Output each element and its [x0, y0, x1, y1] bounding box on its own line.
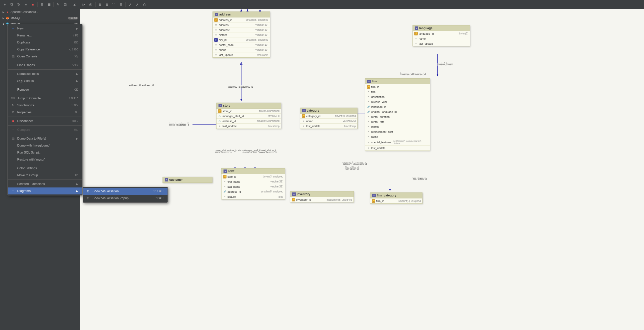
menu-item-new[interactable]: + New ▶	[8, 25, 82, 32]
nav-button[interactable]: ⊳	[80, 1, 87, 8]
field-icon: ≡	[367, 100, 370, 104]
field-icon: ≡	[223, 185, 226, 188]
connection-label-store3: store_id:store_id	[260, 149, 278, 152]
field-original_language_id: 🔗 original_language_id	[365, 109, 430, 114]
menu-item-dump-mysqldump[interactable]: Dump with 'mysqldump'	[8, 142, 82, 149]
menu-item-properties[interactable]: ⚙ Properties ⌘;	[8, 109, 82, 116]
expand-mssql-icon: ▶	[2, 16, 5, 19]
layout-button[interactable]: ⊟	[118, 1, 124, 8]
table-icon: ≡	[165, 178, 168, 181]
sidebar-item-cassandra[interactable]: ▶ ● Apache Cassandra ...	[0, 9, 80, 15]
menu-item-diagrams[interactable]: ⊡ Diagrams ▶ ⊡ Show Visualisation... ⌥⇧⌘…	[8, 187, 82, 194]
cassandra-icon: ●	[6, 10, 10, 14]
menu-item-open-console[interactable]: ▤ Open Console ⌘↓	[8, 53, 82, 60]
menu-item-restore-mysql[interactable]: Restore with 'mysql'	[8, 156, 82, 163]
customer-table-title: customer	[169, 178, 183, 181]
refresh-button[interactable]: ↻	[16, 1, 22, 8]
field-type: varchar(25)	[343, 120, 356, 122]
field-name: last_update	[419, 42, 466, 45]
field-name: title	[371, 90, 426, 93]
edit-button[interactable]: ✎	[55, 1, 62, 8]
category-table-title: category	[307, 109, 319, 112]
field-release_year: ≡ release_year	[365, 99, 430, 104]
menu-item-duplicate[interactable]: Duplicate ⌘D	[8, 39, 82, 46]
sep-2	[8, 69, 82, 70]
field-name-lang: ≡ name	[413, 36, 470, 41]
menu-item-disconnect[interactable]: ■ Disconnect ⌘F2	[8, 118, 82, 125]
jump-console-shortcut: ⇧⌘F10	[68, 97, 78, 100]
field-name: name	[419, 37, 466, 40]
staff-table-header: ≡ staff	[222, 168, 285, 174]
stop-button[interactable]: ■	[30, 1, 36, 8]
sidebar-item-mssql[interactable]: ▶ 🦊 MSSQL 1 of 13	[0, 15, 80, 21]
field-name: language_id	[419, 32, 457, 35]
separator-4	[79, 2, 79, 7]
compare-shortcut: ⌘D	[74, 128, 78, 132]
film-category-table: ≡ film_category 🔑 film_id smallint(5) un…	[370, 192, 422, 204]
submenu-show-vis[interactable]: ⊡ Show Visualisation... ⌥⇧⌘U	[83, 188, 168, 195]
export-button[interactable]: ↗	[134, 1, 140, 8]
field-name: city_id	[219, 38, 244, 41]
menu-item-copy-ref[interactable]: Copy Reference ⌥⇧⌘C	[8, 46, 82, 53]
grid-button[interactable]: ⊞	[39, 1, 45, 8]
share-button[interactable]: ⤤	[127, 1, 134, 8]
properties-button[interactable]: ≡	[22, 1, 29, 8]
field-name: last_update	[222, 125, 266, 128]
svg-marker-25	[389, 189, 391, 191]
pk-icon: 🔑	[214, 18, 218, 22]
sql-button[interactable]: ⊡	[62, 1, 68, 8]
film-category-table-header: ≡ film_category	[370, 193, 422, 198]
field-icon: ≡	[367, 135, 370, 139]
sep-3	[8, 85, 82, 85]
menu-item-scripted-ext[interactable]: Scripted Extensions ▶	[8, 180, 82, 187]
menu-item-sql-scripts[interactable]: SQL Scripts ▶	[8, 77, 82, 84]
menu-item-run-sql[interactable]: Run SQL Script...	[8, 149, 82, 156]
field-postal_code: ≡ postal_code varchar(10)	[213, 42, 270, 47]
target-button[interactable]: ◎	[88, 1, 94, 8]
menu-item-move-group[interactable]: Move to Group... F6	[8, 172, 82, 179]
print-button[interactable]: ⎙	[141, 1, 148, 8]
diagram-canvas[interactable]: address_id:address_id store_id:store_id …	[80, 9, 644, 330]
separator-6	[126, 2, 126, 7]
menu-item-find-usages[interactable]: Find Usages ⌥F7	[8, 62, 82, 69]
list-button[interactable]: ☰	[46, 1, 52, 8]
menu-item-color-settings[interactable]: Color Settings...	[8, 165, 82, 172]
context-menu: + New ▶ Rename... ⇧F6 Duplicate ⌘D Copy …	[8, 24, 82, 195]
copy-button[interactable]: ⧉	[8, 1, 15, 8]
zoom-in-button[interactable]: ⊕	[97, 1, 103, 8]
menu-item-dump-data[interactable]: ▤ Dump Data to File(s) ▶	[8, 135, 82, 142]
store-table: ≡ store 🔑 store_id tinyint(3) unsigned 🔗…	[216, 103, 281, 129]
menu-item-rename[interactable]: Rename... ⇧F6	[8, 32, 82, 39]
menu-item-synchronize[interactable]: ↻ Synchronize ⌥⌘Y	[8, 102, 82, 109]
sep-4	[8, 94, 82, 94]
add-button[interactable]: +	[2, 1, 8, 8]
menu-item-compare[interactable]: * Compare ⌘D	[8, 126, 82, 133]
table-icon: ≡	[224, 169, 227, 173]
filter-button[interactable]: ⊻	[71, 1, 78, 8]
show-vis-label: Show Visualisation...	[92, 189, 121, 193]
submenu-show-vis-popup[interactable]: ⊡ Show Visualisation Popup... ⌥⌘U	[83, 195, 168, 202]
connection-label-lang: language_id:language_id	[400, 73, 426, 76]
connection-label-1: address_id:address_id	[228, 85, 254, 88]
field-name: store_id	[222, 110, 257, 113]
zoom-out-button[interactable]: ⊖	[104, 1, 110, 8]
pk-icon: 🔑	[223, 175, 226, 178]
disconnect-label: Disconnect	[17, 119, 33, 123]
connection-label-film: film_id:film_id	[345, 167, 360, 170]
rename-icon	[11, 33, 15, 38]
menu-item-jump-console[interactable]: ⌨ Jump to Console... ⇧⌘F10	[8, 95, 82, 102]
rename-label: Rename...	[17, 34, 32, 37]
menu-item-remove[interactable]: Remove ⌫	[8, 86, 82, 93]
field-name: description	[371, 95, 426, 98]
menu-item-db-tools[interactable]: Database Tools ▶	[8, 70, 82, 77]
db-tools-label: Database Tools	[17, 72, 39, 76]
field-name: special_features	[371, 141, 391, 144]
move-group-shortcut: F6	[75, 174, 78, 177]
field-language_id: 🔑 language_id tinyint(3)	[413, 31, 470, 36]
field-last_update-lang: ≡ last_update	[413, 41, 470, 46]
field-last_update-store: ≡ last_update timestamp	[216, 124, 281, 129]
fit-button[interactable]: 1:1	[111, 1, 117, 8]
fk-icon: 🔗	[367, 105, 370, 109]
field-city_id: 🔗 city_id smallint(5) unsigned	[213, 37, 270, 42]
pk-icon: 🔑	[218, 109, 222, 113]
